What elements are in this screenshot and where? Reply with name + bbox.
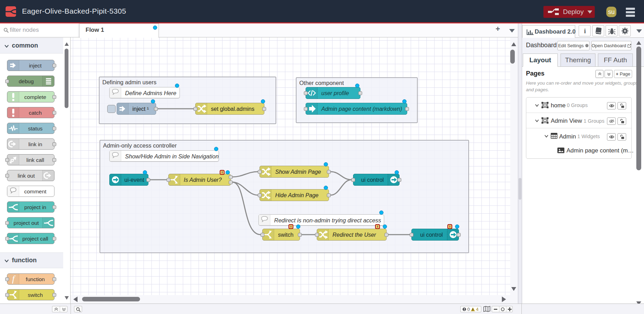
svg-text:i: i <box>584 27 586 35</box>
